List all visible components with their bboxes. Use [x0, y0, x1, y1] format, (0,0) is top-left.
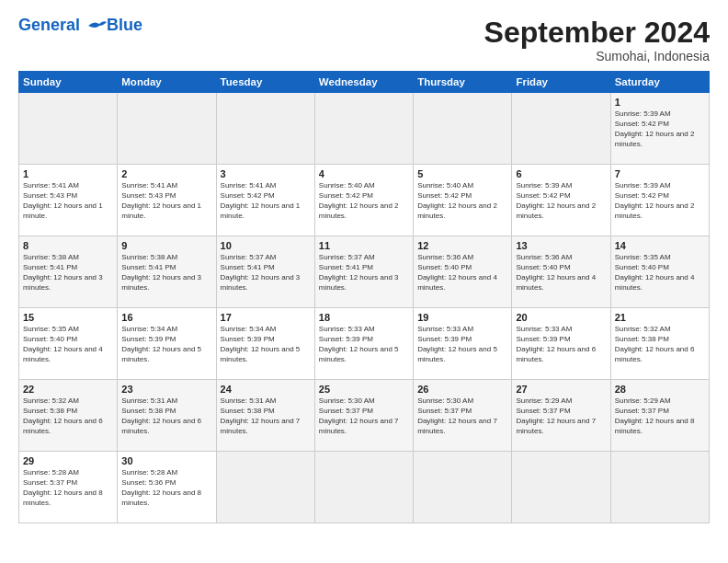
cell-content: Sunrise: 5:38 AM Sunset: 5:41 PM Dayligh…	[121, 253, 211, 293]
calendar-cell: 9Sunrise: 5:38 AM Sunset: 5:41 PM Daylig…	[118, 236, 216, 308]
calendar-cell	[414, 452, 512, 523]
calendar-cell: 12Sunrise: 5:36 AM Sunset: 5:40 PM Dayli…	[414, 236, 512, 308]
day-number: 18	[319, 312, 409, 323]
day-number: 25	[319, 384, 409, 395]
calendar-cell: 4Sunrise: 5:40 AM Sunset: 5:42 PM Daylig…	[314, 165, 413, 236]
calendar-cell	[118, 93, 216, 165]
cell-content: Sunrise: 5:41 AM Sunset: 5:43 PM Dayligh…	[23, 181, 113, 221]
weekday-header-thursday: Thursday	[414, 72, 512, 93]
calendar-cell: 14Sunrise: 5:35 AM Sunset: 5:40 PM Dayli…	[610, 236, 709, 308]
cell-content: Sunrise: 5:40 AM Sunset: 5:42 PM Dayligh…	[417, 181, 507, 221]
calendar-cell: 21Sunrise: 5:32 AM Sunset: 5:38 PM Dayli…	[610, 308, 709, 380]
calendar-week-row: 15Sunrise: 5:35 AM Sunset: 5:40 PM Dayli…	[19, 308, 710, 380]
day-number: 23	[121, 384, 211, 395]
calendar-cell	[19, 93, 118, 165]
calendar-cell: 18Sunrise: 5:33 AM Sunset: 5:39 PM Dayli…	[314, 308, 413, 380]
calendar-cell: 19Sunrise: 5:33 AM Sunset: 5:39 PM Dayli…	[414, 308, 512, 380]
day-number: 1	[23, 168, 113, 179]
weekday-header-tuesday: Tuesday	[216, 72, 314, 93]
day-number: 28	[615, 384, 705, 395]
day-number: 21	[615, 312, 705, 323]
cell-content: Sunrise: 5:36 AM Sunset: 5:40 PM Dayligh…	[417, 253, 507, 293]
calendar-cell: 30Sunrise: 5:28 AM Sunset: 5:36 PM Dayli…	[118, 452, 216, 523]
day-number: 17	[221, 312, 311, 323]
weekday-header-wednesday: Wednesday	[314, 72, 413, 93]
calendar-cell: 29Sunrise: 5:28 AM Sunset: 5:37 PM Dayli…	[19, 452, 118, 523]
day-number: 22	[23, 384, 113, 395]
day-number: 11	[319, 240, 409, 251]
calendar-cell: 6Sunrise: 5:39 AM Sunset: 5:42 PM Daylig…	[512, 165, 610, 236]
cell-content: Sunrise: 5:31 AM Sunset: 5:38 PM Dayligh…	[221, 396, 311, 436]
cell-content: Sunrise: 5:32 AM Sunset: 5:38 PM Dayligh…	[23, 396, 113, 436]
day-number: 9	[121, 240, 211, 251]
day-number: 4	[319, 168, 409, 179]
cell-content: Sunrise: 5:33 AM Sunset: 5:39 PM Dayligh…	[417, 325, 507, 364]
cell-content: Sunrise: 5:28 AM Sunset: 5:36 PM Dayligh…	[121, 468, 211, 508]
calendar-cell: 22Sunrise: 5:32 AM Sunset: 5:38 PM Dayli…	[19, 380, 118, 452]
cell-content: Sunrise: 5:39 AM Sunset: 5:42 PM Dayligh…	[516, 181, 606, 221]
title-area: September 2024 Sumohai, Indonesia	[484, 17, 710, 63]
calendar-cell	[610, 452, 709, 523]
calendar-cell	[512, 93, 610, 165]
day-number: 24	[221, 384, 311, 395]
day-number: 3	[221, 168, 311, 179]
header: General Blue September 2024 Sumohai, Ind…	[18, 17, 710, 63]
calendar-cell: 26Sunrise: 5:30 AM Sunset: 5:37 PM Dayli…	[414, 380, 512, 452]
calendar-week-row: 29Sunrise: 5:28 AM Sunset: 5:37 PM Dayli…	[19, 452, 710, 523]
calendar-cell: 17Sunrise: 5:34 AM Sunset: 5:39 PM Dayli…	[216, 308, 314, 380]
day-number: 2	[121, 168, 211, 179]
day-number: 14	[615, 240, 705, 251]
calendar-table: SundayMondayTuesdayWednesdayThursdayFrid…	[18, 71, 710, 523]
calendar-cell: 24Sunrise: 5:31 AM Sunset: 5:38 PM Dayli…	[216, 380, 314, 452]
calendar-cell	[216, 452, 314, 523]
calendar-week-row: 1Sunrise: 5:39 AM Sunset: 5:42 PM Daylig…	[19, 93, 710, 165]
calendar-cell: 25Sunrise: 5:30 AM Sunset: 5:37 PM Dayli…	[314, 380, 413, 452]
weekday-header-saturday: Saturday	[610, 72, 709, 93]
cell-content: Sunrise: 5:29 AM Sunset: 5:37 PM Dayligh…	[516, 396, 606, 436]
calendar-week-row: 22Sunrise: 5:32 AM Sunset: 5:38 PM Dayli…	[19, 380, 710, 452]
calendar-cell: 11Sunrise: 5:37 AM Sunset: 5:41 PM Dayli…	[314, 236, 413, 308]
day-number: 20	[516, 312, 606, 323]
cell-content: Sunrise: 5:38 AM Sunset: 5:41 PM Dayligh…	[23, 253, 113, 293]
cell-content: Sunrise: 5:31 AM Sunset: 5:38 PM Dayligh…	[121, 396, 211, 436]
logo: General Blue	[18, 17, 142, 35]
cell-content: Sunrise: 5:36 AM Sunset: 5:40 PM Dayligh…	[516, 253, 606, 293]
calendar-cell: 7Sunrise: 5:39 AM Sunset: 5:42 PM Daylig…	[610, 165, 709, 236]
cell-content: Sunrise: 5:40 AM Sunset: 5:42 PM Dayligh…	[319, 181, 409, 221]
day-number: 12	[417, 240, 507, 251]
calendar-week-row: 1Sunrise: 5:41 AM Sunset: 5:43 PM Daylig…	[19, 165, 710, 236]
calendar-cell: 8Sunrise: 5:38 AM Sunset: 5:41 PM Daylig…	[19, 236, 118, 308]
day-number: 26	[417, 384, 507, 395]
calendar-cell: 1Sunrise: 5:41 AM Sunset: 5:43 PM Daylig…	[19, 165, 118, 236]
day-number: 13	[516, 240, 606, 251]
day-number: 29	[23, 455, 113, 466]
calendar-cell: 2Sunrise: 5:41 AM Sunset: 5:43 PM Daylig…	[118, 165, 216, 236]
day-number: 5	[417, 168, 507, 179]
calendar-cell: 23Sunrise: 5:31 AM Sunset: 5:38 PM Dayli…	[118, 380, 216, 452]
cell-content: Sunrise: 5:29 AM Sunset: 5:37 PM Dayligh…	[615, 396, 705, 436]
day-number: 15	[23, 312, 113, 323]
cell-content: Sunrise: 5:33 AM Sunset: 5:39 PM Dayligh…	[516, 325, 606, 364]
day-number: 7	[615, 168, 705, 179]
cell-content: Sunrise: 5:34 AM Sunset: 5:39 PM Dayligh…	[121, 325, 211, 364]
location-subtitle: Sumohai, Indonesia	[484, 49, 710, 63]
weekday-header-friday: Friday	[512, 72, 610, 93]
cell-content: Sunrise: 5:30 AM Sunset: 5:37 PM Dayligh…	[319, 396, 409, 436]
calendar-cell: 15Sunrise: 5:35 AM Sunset: 5:40 PM Dayli…	[19, 308, 118, 380]
day-number: 8	[23, 240, 113, 251]
day-number: 27	[516, 384, 606, 395]
calendar-cell: 28Sunrise: 5:29 AM Sunset: 5:37 PM Dayli…	[610, 380, 709, 452]
calendar-body: 1Sunrise: 5:39 AM Sunset: 5:42 PM Daylig…	[19, 93, 710, 523]
calendar-cell: 10Sunrise: 5:37 AM Sunset: 5:41 PM Dayli…	[216, 236, 314, 308]
calendar-cell	[216, 93, 314, 165]
weekday-header-monday: Monday	[118, 72, 216, 93]
day-number: 19	[417, 312, 507, 323]
calendar-cell: 13Sunrise: 5:36 AM Sunset: 5:40 PM Dayli…	[512, 236, 610, 308]
cell-content: Sunrise: 5:41 AM Sunset: 5:43 PM Dayligh…	[121, 181, 211, 221]
calendar-cell: 20Sunrise: 5:33 AM Sunset: 5:39 PM Dayli…	[512, 308, 610, 380]
calendar-week-row: 8Sunrise: 5:38 AM Sunset: 5:41 PM Daylig…	[19, 236, 710, 308]
calendar-cell: 5Sunrise: 5:40 AM Sunset: 5:42 PM Daylig…	[414, 165, 512, 236]
logo-text: General	[18, 17, 107, 35]
calendar-cell: 1Sunrise: 5:39 AM Sunset: 5:42 PM Daylig…	[610, 93, 709, 165]
cell-content: Sunrise: 5:37 AM Sunset: 5:41 PM Dayligh…	[221, 253, 311, 293]
